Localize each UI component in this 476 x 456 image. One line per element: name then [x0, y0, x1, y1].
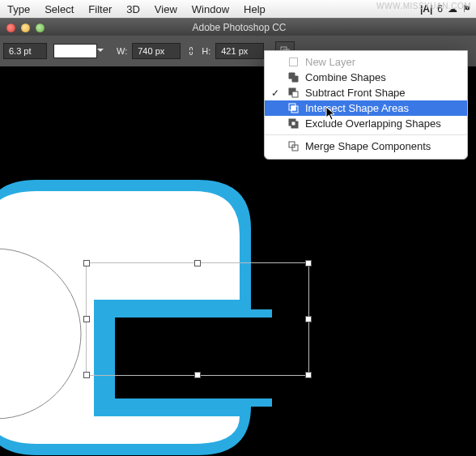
width-field[interactable]: 740 px	[132, 43, 181, 59]
menu-view[interactable]: View	[147, 3, 185, 15]
stroke-weight-field[interactable]: 6.3 pt	[3, 43, 47, 59]
menu-item-subtract-front-shape[interactable]: ✓ Subtract Front Shape	[265, 85, 467, 100]
menu-type[interactable]: Type	[0, 3, 37, 15]
svg-rect-10	[291, 106, 295, 110]
menu-select[interactable]: Select	[37, 3, 81, 15]
menu-item-new-layer: New Layer	[265, 54, 467, 70]
menu-window[interactable]: Window	[185, 3, 236, 15]
menu-item-intersect-shape-areas[interactable]: Intersect Shape Areas	[265, 100, 467, 116]
menu-item-label: Merge Shape Components	[305, 140, 431, 152]
menu-item-label: Intersect Shape Areas	[305, 102, 409, 114]
width-label: W:	[117, 46, 127, 56]
svg-rect-5	[289, 58, 297, 66]
path-operations-menu: New Layer Combine Shapes ✓ Subtract Fron…	[264, 50, 468, 160]
menu-item-merge-shape-components[interactable]: Merge Shape Components	[265, 139, 467, 154]
menu-separator	[265, 134, 467, 135]
menu-3d[interactable]: 3D	[119, 3, 147, 15]
menu-item-label: New Layer	[305, 56, 355, 68]
height-field[interactable]: 421 px	[215, 43, 264, 59]
link-dimensions-icon[interactable]	[185, 45, 197, 57]
height-label: H:	[202, 46, 210, 56]
merge-shape-icon	[287, 141, 299, 152]
menu-item-label: Exclude Overlapping Shapes	[305, 117, 441, 130]
exclude-shape-icon	[287, 118, 299, 130]
menu-filter[interactable]: Filter	[81, 3, 119, 15]
svg-rect-3	[115, 317, 275, 398]
subtract-shape-icon	[287, 87, 299, 99]
window-title: Adobe Photoshop CC	[2, 22, 476, 33]
menu-item-combine-shapes[interactable]: Combine Shapes	[265, 70, 467, 85]
combine-shapes-icon	[287, 72, 299, 83]
intersect-shape-icon	[287, 103, 299, 114]
new-layer-icon	[287, 57, 299, 68]
menu-item-exclude-overlapping[interactable]: Exclude Overlapping Shapes	[265, 116, 467, 131]
svg-rect-7	[292, 92, 298, 97]
menu-item-label: Subtract Front Shape	[305, 87, 406, 99]
menu-item-label: Combine Shapes	[305, 71, 386, 83]
watermark-text: WWW.MISSYUAN.COM	[376, 2, 471, 11]
stroke-style-swatch[interactable]	[53, 44, 97, 58]
checkmark-icon: ✓	[270, 87, 281, 99]
shape-artwork	[0, 180, 275, 455]
window-title-bar: Adobe Photoshop CC	[0, 18, 476, 37]
menu-help[interactable]: Help	[236, 3, 273, 15]
svg-rect-13	[291, 121, 295, 126]
